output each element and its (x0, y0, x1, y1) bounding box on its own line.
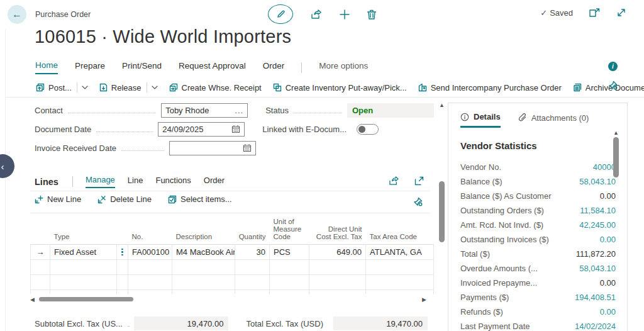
tab-prepare[interactable]: Prepare (75, 61, 105, 74)
row-options-button[interactable] (117, 245, 128, 260)
linked-edoc-toggle[interactable] (357, 124, 379, 135)
document-date-field[interactable]: 24/09/2025 (158, 122, 245, 137)
collapse-panel-button[interactable]: ‹ (0, 154, 14, 178)
factbox-tabs: Details Attachments (0) (460, 112, 616, 128)
tab-request-approval[interactable]: Request Approval (179, 61, 246, 74)
trash-icon (367, 9, 376, 20)
share-button[interactable] (311, 9, 322, 20)
pin-lines-toolbar-button[interactable] (413, 197, 423, 209)
contact-field[interactable]: Toby Rhode ... (161, 103, 248, 118)
tab-print-send[interactable]: Print/Send (122, 61, 162, 74)
pin-actionbar-button[interactable] (608, 81, 618, 93)
stat-amt-rcd-not-invd: Amt. Rcd. Not Invd. ($) 42,245.00 (460, 218, 616, 232)
empty-row[interactable] (31, 275, 434, 290)
cell-uom[interactable]: PCS (270, 245, 309, 260)
table-horizontal-scrollbar[interactable]: ◀ ▶ (30, 296, 426, 304)
calendar-icon[interactable] (231, 125, 240, 133)
invoice-received-date-label: Invoice Received Date (35, 143, 116, 153)
tab-details[interactable]: Details (460, 112, 501, 128)
factbox-scroll-thumb[interactable] (613, 137, 619, 177)
send-intercompany-button[interactable]: Send Intercompany Purchase Order (413, 81, 567, 95)
stat-link[interactable]: 194,408.51 (575, 293, 616, 302)
delete-button[interactable] (367, 9, 376, 20)
scroll-left-arrow[interactable]: ◀ (30, 296, 35, 303)
calendar-icon[interactable] (243, 143, 252, 152)
vendor-statistics-list: Vendor No. 40000 Balance ($) 58,043.10 B… (460, 160, 616, 331)
cell-type[interactable]: Fixed Asset (50, 245, 117, 260)
subtotal-group: Subtotal Excl. Tax (US... 19,470.00 (35, 317, 228, 330)
cell-unit-cost[interactable]: 649.00 (309, 245, 366, 260)
assist-edit-button[interactable]: ... (235, 106, 243, 115)
actionbar-separator (5, 97, 644, 98)
col-type[interactable]: Type (50, 216, 117, 245)
scroll-right-arrow[interactable]: ▶ (422, 296, 426, 303)
purchase-order-page: ← Purchase Order (0, 0, 644, 331)
lines-tab-manage[interactable]: Manage (86, 175, 115, 188)
col-unit-cost[interactable]: Direct Unit Cost Excl. Tax (309, 216, 366, 245)
edit-button[interactable] (268, 4, 293, 24)
factbox-vertical-scrollbar[interactable]: ▲ ▼ (613, 130, 619, 331)
col-uom[interactable]: Unit of Measure Code (270, 216, 309, 245)
open-in-new-window-button[interactable] (589, 8, 600, 18)
stat-link[interactable]: 42,245.00 (579, 220, 616, 230)
stat-payments: Payments ($) 194,408.51 (460, 290, 616, 305)
stat-invoiced-prepayment: Invoiced Prepayme... 0.00 (460, 276, 616, 290)
back-arrow-icon: ← (12, 9, 22, 20)
inventory-putaway-icon (273, 83, 282, 92)
tab-home[interactable]: Home (35, 60, 58, 74)
action-bar: Post... Release Cr (30, 78, 619, 97)
release-dropdown[interactable] (147, 82, 158, 93)
cell-description[interactable]: M4 MacBook Air (172, 245, 235, 260)
lines-popout-button[interactable] (414, 176, 424, 186)
status-value: Open (347, 103, 434, 118)
pin-icon (413, 197, 423, 206)
post-dropdown[interactable] (77, 82, 88, 93)
delete-line-button[interactable]: Delete Line (97, 194, 152, 204)
factbox-pane: Details Attachments (0) Vendor Statistic… (448, 103, 628, 331)
col-description[interactable]: Description (172, 216, 235, 245)
info-icon[interactable]: i (608, 62, 618, 71)
main-vertical-scrollbar[interactable]: ▲ (438, 101, 446, 308)
col-no[interactable]: No. (128, 216, 172, 245)
new-record-button[interactable] (340, 9, 350, 20)
post-button[interactable]: Post... (30, 80, 94, 95)
scroll-up-arrow[interactable]: ▲ (439, 102, 445, 108)
invoice-received-date-field[interactable] (169, 141, 256, 155)
cell-no[interactable]: FA000100 (128, 245, 172, 260)
more-options-button[interactable]: More options (319, 61, 368, 74)
select-items-button[interactable]: Select items... (168, 194, 232, 204)
lines-tab-order[interactable]: Order (204, 176, 225, 188)
col-tax-area[interactable]: Tax Area Code (366, 216, 434, 245)
total-value: 19,470.00 (333, 317, 428, 330)
empty-row[interactable] (31, 260, 434, 275)
back-button[interactable]: ← (8, 5, 26, 24)
tab-order[interactable]: Order (263, 61, 285, 74)
release-button[interactable]: Release (94, 80, 164, 95)
resize-button[interactable] (616, 8, 626, 18)
ellipsis-vertical-icon (121, 245, 124, 259)
stat-link[interactable]: 58,043.10 (579, 177, 616, 186)
total-group: Total Excl. Tax (USD) 19,470.00 (246, 317, 428, 330)
scroll-up-arrow[interactable]: ▲ (613, 130, 619, 136)
chevron-left-icon: ‹ (1, 161, 4, 172)
document-date-label: Document Date (35, 125, 91, 134)
saved-label: Saved (550, 8, 573, 18)
stat-link[interactable]: 11,584.10 (580, 206, 616, 215)
create-whse-receipt-button[interactable]: Create Whse. Receipt (164, 81, 267, 95)
stat-link[interactable]: 58,043.10 (579, 264, 616, 273)
top-bar: ← Purchase Order (0, 0, 644, 29)
create-inventory-putaway-button[interactable]: Create Inventory Put-away/Pick... (267, 81, 413, 95)
horizontal-scroll-thumb[interactable] (39, 297, 133, 301)
stat-link[interactable]: 14/02/2024 (575, 322, 616, 331)
lines-share-button[interactable] (389, 176, 399, 186)
col-quantity[interactable]: Quantity (235, 216, 270, 245)
tab-attachments[interactable]: Attachments (0) (518, 113, 589, 127)
cell-tax-area[interactable]: ATLANTA, GA (366, 245, 434, 260)
empty-row[interactable] (31, 290, 434, 295)
cell-quantity[interactable]: 30 (235, 245, 270, 260)
lines-tab-functions[interactable]: Functions (155, 176, 191, 188)
new-line-button[interactable]: New Line (35, 194, 81, 204)
lines-tab-line[interactable]: Line (128, 176, 143, 188)
archive-document-button[interactable]: Archive Document (567, 81, 644, 95)
vertical-scroll-thumb[interactable] (439, 181, 445, 242)
